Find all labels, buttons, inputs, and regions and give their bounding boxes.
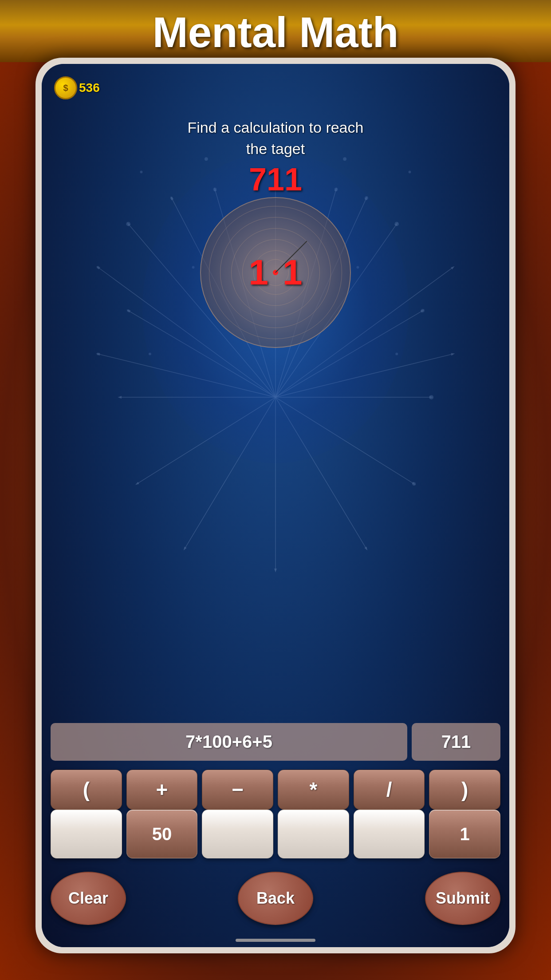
svg-point-31 <box>97 352 99 355</box>
coin-value: 536 <box>79 81 100 95</box>
svg-point-27 <box>429 395 433 399</box>
expression-box: 7*100+6+5 <box>51 723 407 761</box>
result-box: 711 <box>412 723 500 761</box>
num-50-button[interactable]: 50 <box>126 810 198 858</box>
multiply-button[interactable]: * <box>278 770 349 810</box>
clock-circle: 1 1 <box>200 197 351 348</box>
instruction-area: Find a calculation to reach the taget 71… <box>42 117 509 198</box>
num-1-button[interactable]: 1 <box>429 810 500 858</box>
action-row: Clear Back Submit <box>51 872 500 925</box>
input-display: 7*100+6+5 711 <box>51 723 500 761</box>
clock-area: 1 1 <box>200 197 351 348</box>
phone-screen: $ 536 Find a calculation to reach the ta… <box>42 64 509 947</box>
expression-text: 7*100+6+5 <box>185 732 272 751</box>
coin-badge: $ 536 <box>54 76 100 99</box>
minus-button[interactable]: − <box>202 770 273 810</box>
app-title: Mental Math <box>0 8 551 57</box>
clock-num1: 1 <box>249 252 269 293</box>
coin-icon: $ <box>54 76 77 99</box>
close-paren-button[interactable]: ) <box>429 770 500 810</box>
num-empty-4-button[interactable] <box>354 810 425 858</box>
divide-button[interactable]: / <box>354 770 425 810</box>
svg-point-26 <box>421 309 425 312</box>
operators-row: ( + − * / ) <box>51 770 500 810</box>
plus-button[interactable]: + <box>126 770 198 810</box>
open-paren-button[interactable]: ( <box>51 770 122 810</box>
target-number: 711 <box>42 161 509 198</box>
result-text: 711 <box>441 732 471 751</box>
clock-num2: 1 <box>283 252 303 293</box>
svg-point-21 <box>126 222 130 226</box>
svg-point-28 <box>412 482 416 486</box>
svg-point-25 <box>394 222 399 226</box>
num-empty-2-button[interactable] <box>202 810 273 858</box>
numbers-row: 50 1 <box>51 810 500 858</box>
submit-button[interactable]: Submit <box>425 872 500 925</box>
svg-point-30 <box>97 266 99 269</box>
clear-button[interactable]: Clear <box>51 872 126 925</box>
svg-point-29 <box>127 309 130 312</box>
phone-frame: $ 536 Find a calculation to reach the ta… <box>35 58 516 953</box>
num-empty-3-button[interactable] <box>278 810 349 858</box>
home-indicator <box>236 939 315 942</box>
instruction-line1: Find a calculation to reach the taget <box>42 117 509 159</box>
num-empty-1-button[interactable] <box>51 810 122 858</box>
back-button[interactable]: Back <box>238 872 313 925</box>
